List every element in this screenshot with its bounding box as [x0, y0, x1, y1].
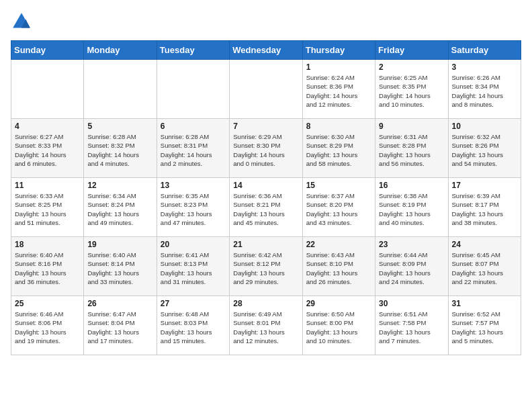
- day-info: Sunrise: 6:52 AMSunset: 7:57 PMDaylight:…: [452, 310, 517, 345]
- day-info: Sunrise: 6:34 AMSunset: 8:24 PMDaylight:…: [87, 191, 152, 227]
- day-number: 20: [161, 240, 226, 249]
- day-number: 18: [15, 240, 80, 249]
- calendar-table: SundayMondayTuesdayWednesdayThursdayFrid…: [11, 40, 521, 355]
- calendar-cell: 11Sunrise: 6:33 AMSunset: 8:25 PMDayligh…: [11, 178, 84, 237]
- day-number: 22: [306, 240, 371, 249]
- day-number: 7: [233, 122, 298, 131]
- day-number: 15: [306, 181, 371, 190]
- day-number: 25: [15, 299, 80, 308]
- day-info: Sunrise: 6:40 AMSunset: 8:14 PMDaylight:…: [87, 250, 152, 286]
- day-info: Sunrise: 6:46 AMSunset: 8:06 PMDaylight:…: [15, 310, 80, 345]
- day-of-week-header: Sunday: [11, 41, 84, 60]
- day-number: 28: [233, 299, 298, 308]
- logo-icon: [11, 11, 32, 32]
- calendar-header-row: SundayMondayTuesdayWednesdayThursdayFrid…: [11, 41, 521, 60]
- day-info: Sunrise: 6:28 AMSunset: 8:32 PMDaylight:…: [87, 132, 152, 168]
- calendar-cell: 7Sunrise: 6:29 AMSunset: 8:30 PMDaylight…: [230, 119, 302, 178]
- calendar-cell: [157, 60, 229, 119]
- day-info: Sunrise: 6:24 AMSunset: 8:36 PMDaylight:…: [306, 73, 371, 109]
- day-info: Sunrise: 6:45 AMSunset: 8:07 PMDaylight:…: [452, 250, 517, 286]
- day-info: Sunrise: 6:39 AMSunset: 8:17 PMDaylight:…: [452, 191, 517, 227]
- day-number: 19: [87, 240, 152, 249]
- day-number: 2: [379, 62, 444, 72]
- day-info: Sunrise: 6:43 AMSunset: 8:10 PMDaylight:…: [306, 250, 371, 286]
- day-number: 21: [233, 240, 298, 249]
- page-header: [11, 11, 521, 32]
- day-info: Sunrise: 6:50 AMSunset: 8:00 PMDaylight:…: [306, 310, 371, 345]
- calendar-cell: 13Sunrise: 6:35 AMSunset: 8:23 PMDayligh…: [157, 178, 229, 237]
- calendar-week-row: 1Sunrise: 6:24 AMSunset: 8:36 PMDaylight…: [11, 60, 521, 119]
- day-info: Sunrise: 6:42 AMSunset: 8:12 PMDaylight:…: [233, 250, 298, 286]
- day-info: Sunrise: 6:36 AMSunset: 8:21 PMDaylight:…: [233, 191, 298, 227]
- day-info: Sunrise: 6:26 AMSunset: 8:34 PMDaylight:…: [452, 73, 517, 109]
- calendar-cell: [230, 60, 302, 119]
- day-number: 5: [87, 122, 152, 131]
- day-of-week-header: Wednesday: [230, 41, 302, 60]
- calendar-cell: 28Sunrise: 6:49 AMSunset: 8:01 PMDayligh…: [230, 296, 302, 355]
- logo: [11, 11, 35, 32]
- day-info: Sunrise: 6:51 AMSunset: 7:58 PMDaylight:…: [379, 310, 444, 345]
- day-number: 31: [452, 299, 517, 308]
- day-number: 26: [87, 299, 152, 308]
- day-info: Sunrise: 6:28 AMSunset: 8:31 PMDaylight:…: [161, 132, 226, 168]
- day-info: Sunrise: 6:33 AMSunset: 8:25 PMDaylight:…: [15, 191, 80, 227]
- calendar-cell: 8Sunrise: 6:30 AMSunset: 8:29 PMDaylight…: [302, 119, 375, 178]
- day-number: 11: [15, 181, 80, 190]
- calendar-cell: 23Sunrise: 6:44 AMSunset: 8:09 PMDayligh…: [375, 237, 448, 296]
- calendar-cell: 16Sunrise: 6:38 AMSunset: 8:19 PMDayligh…: [375, 178, 448, 237]
- calendar-cell: 26Sunrise: 6:47 AMSunset: 8:04 PMDayligh…: [84, 296, 157, 355]
- calendar-cell: 10Sunrise: 6:32 AMSunset: 8:26 PMDayligh…: [448, 119, 521, 178]
- day-info: Sunrise: 6:31 AMSunset: 8:28 PMDaylight:…: [379, 132, 444, 168]
- calendar-cell: 14Sunrise: 6:36 AMSunset: 8:21 PMDayligh…: [230, 178, 302, 237]
- day-info: Sunrise: 6:40 AMSunset: 8:16 PMDaylight:…: [15, 250, 80, 286]
- day-info: Sunrise: 6:41 AMSunset: 8:13 PMDaylight:…: [161, 250, 226, 286]
- day-number: 24: [452, 240, 517, 249]
- calendar-cell: 22Sunrise: 6:43 AMSunset: 8:10 PMDayligh…: [302, 237, 375, 296]
- day-number: 13: [161, 181, 226, 190]
- day-info: Sunrise: 6:48 AMSunset: 8:03 PMDaylight:…: [161, 310, 226, 345]
- calendar-cell: 29Sunrise: 6:50 AMSunset: 8:00 PMDayligh…: [302, 296, 375, 355]
- day-number: 1: [306, 62, 371, 72]
- calendar-week-row: 4Sunrise: 6:27 AMSunset: 8:33 PMDaylight…: [11, 119, 521, 178]
- day-number: 8: [306, 122, 371, 131]
- day-info: Sunrise: 6:49 AMSunset: 8:01 PMDaylight:…: [233, 310, 298, 345]
- calendar-cell: 30Sunrise: 6:51 AMSunset: 7:58 PMDayligh…: [375, 296, 448, 355]
- day-number: 29: [306, 299, 371, 308]
- calendar-cell: 9Sunrise: 6:31 AMSunset: 8:28 PMDaylight…: [375, 119, 448, 178]
- calendar-cell: 18Sunrise: 6:40 AMSunset: 8:16 PMDayligh…: [11, 237, 84, 296]
- day-number: 10: [452, 122, 517, 131]
- day-number: 6: [161, 122, 226, 131]
- day-number: 23: [379, 240, 444, 249]
- day-info: Sunrise: 6:32 AMSunset: 8:26 PMDaylight:…: [452, 132, 517, 168]
- day-number: 17: [452, 181, 517, 190]
- calendar-week-row: 25Sunrise: 6:46 AMSunset: 8:06 PMDayligh…: [11, 296, 521, 355]
- day-info: Sunrise: 6:44 AMSunset: 8:09 PMDaylight:…: [379, 250, 444, 286]
- calendar-cell: 2Sunrise: 6:25 AMSunset: 8:35 PMDaylight…: [375, 60, 448, 119]
- day-of-week-header: Monday: [84, 41, 157, 60]
- day-number: 3: [452, 62, 517, 72]
- calendar-cell: 5Sunrise: 6:28 AMSunset: 8:32 PMDaylight…: [84, 119, 157, 178]
- calendar-cell: 24Sunrise: 6:45 AMSunset: 8:07 PMDayligh…: [448, 237, 521, 296]
- day-number: 9: [379, 122, 444, 131]
- calendar-cell: 20Sunrise: 6:41 AMSunset: 8:13 PMDayligh…: [157, 237, 229, 296]
- calendar-cell: 1Sunrise: 6:24 AMSunset: 8:36 PMDaylight…: [302, 60, 375, 119]
- calendar-cell: 4Sunrise: 6:27 AMSunset: 8:33 PMDaylight…: [11, 119, 84, 178]
- day-info: Sunrise: 6:30 AMSunset: 8:29 PMDaylight:…: [306, 132, 371, 168]
- day-info: Sunrise: 6:25 AMSunset: 8:35 PMDaylight:…: [379, 73, 444, 109]
- day-info: Sunrise: 6:35 AMSunset: 8:23 PMDaylight:…: [161, 191, 226, 227]
- calendar-cell: 27Sunrise: 6:48 AMSunset: 8:03 PMDayligh…: [157, 296, 229, 355]
- day-of-week-header: Saturday: [448, 41, 521, 60]
- day-info: Sunrise: 6:37 AMSunset: 8:20 PMDaylight:…: [306, 191, 371, 227]
- day-of-week-header: Thursday: [302, 41, 375, 60]
- calendar-cell: 17Sunrise: 6:39 AMSunset: 8:17 PMDayligh…: [448, 178, 521, 237]
- day-number: 14: [233, 181, 298, 190]
- day-info: Sunrise: 6:27 AMSunset: 8:33 PMDaylight:…: [15, 132, 80, 168]
- calendar-week-row: 11Sunrise: 6:33 AMSunset: 8:25 PMDayligh…: [11, 178, 521, 237]
- day-of-week-header: Friday: [375, 41, 448, 60]
- day-number: 4: [15, 122, 80, 131]
- calendar-cell: 25Sunrise: 6:46 AMSunset: 8:06 PMDayligh…: [11, 296, 84, 355]
- calendar-cell: 6Sunrise: 6:28 AMSunset: 8:31 PMDaylight…: [157, 119, 229, 178]
- day-number: 16: [379, 181, 444, 190]
- day-info: Sunrise: 6:29 AMSunset: 8:30 PMDaylight:…: [233, 132, 298, 168]
- calendar-cell: 15Sunrise: 6:37 AMSunset: 8:20 PMDayligh…: [302, 178, 375, 237]
